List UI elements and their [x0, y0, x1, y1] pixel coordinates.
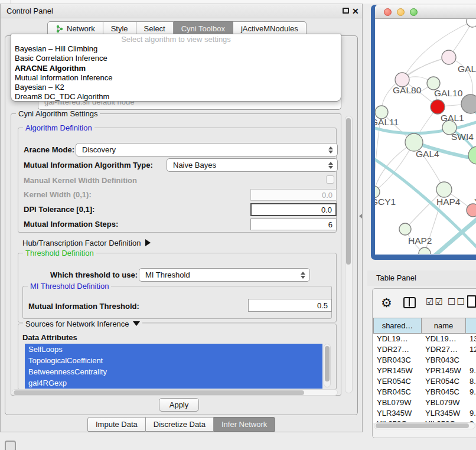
algorithm-option[interactable]: Bayesian – K2 [11, 83, 341, 92]
cyni-bottom-tabs: Impute Data Discretize Data Infer Networ… [87, 417, 275, 432]
tab-discretize-data[interactable]: Discretize Data [146, 417, 214, 432]
node-gray [461, 94, 476, 113]
table-hscrollbar-thumb[interactable] [376, 423, 469, 428]
apply-button[interactable]: Apply [159, 398, 199, 412]
select-all-icon[interactable]: ☑☑ [426, 296, 444, 307]
kernel-width-label: Kernel Width (0,1): [24, 190, 92, 199]
settings-hscrollbar-thumb[interactable] [14, 390, 304, 395]
algorithm-option[interactable]: Mutual Information Inference [11, 73, 341, 83]
split-columns-icon[interactable] [403, 297, 416, 308]
which-threshold-combo[interactable]: MI Threshold [139, 268, 310, 282]
attributes-scrollbar-thumb[interactable] [325, 346, 330, 381]
mi-type-combo[interactable]: Naive Bayes [167, 158, 338, 172]
zoom-traffic-light-icon[interactable] [410, 8, 418, 16]
cell: YDR27… [422, 344, 466, 355]
list-item[interactable]: SelfLoops [25, 344, 322, 355]
mi-threshold-definition-title: MI Threshold Definition [28, 282, 111, 291]
manual-kernel-label: Manual Kernel Width Definition [24, 176, 137, 185]
cell: YPR145W [422, 366, 466, 376]
column-header-partial[interactable] [466, 318, 476, 334]
node [419, 247, 431, 254]
table-row[interactable]: YBR043C YBR043C [373, 355, 476, 366]
list-item[interactable]: TopologicalCoefficient [25, 355, 322, 366]
settings-group-title: Cyni Algorithm Settings [16, 109, 100, 118]
collapse-down-icon [133, 321, 140, 326]
mi-threshold-value: 0.5 [317, 299, 328, 311]
table-rows[interactable]: YDL19… YDL19… 13 YDR27… YDR27… 12 YBR043… [373, 334, 476, 423]
table-panel-title: Table Panel [376, 270, 416, 286]
tab-infer-network[interactable]: Infer Network [214, 417, 275, 432]
attributes-list-scrollbar[interactable] [324, 344, 331, 387]
algorithm-dropdown-prompt: Select algorithm to view settings [11, 34, 341, 44]
manual-kernel-checkbox[interactable] [326, 175, 334, 184]
network-canvas[interactable]: GAL GAL80 GAL10 GAL1 GAL11 SWI4 GAL4 GCY… [375, 19, 476, 254]
sources-group-title[interactable]: Sources for Network Inference [23, 319, 142, 328]
settings-gear-icon[interactable]: ⚙ [381, 295, 392, 311]
node-label: GAL [458, 64, 476, 74]
cell: 9. [466, 366, 476, 376]
close-icon[interactable]: ✕ [352, 4, 359, 18]
table-hscrollbar[interactable] [374, 422, 475, 429]
close-traffic-light-icon[interactable] [384, 8, 392, 16]
kernel-width-field: 0.0 [250, 189, 337, 201]
cell: YLR345W [422, 408, 466, 419]
algorithm-option-selected[interactable]: ARACNE Algorithm [11, 64, 341, 73]
table-row[interactable]: YER054C YER054C 8. [373, 376, 476, 387]
stepper-arrows-icon [328, 146, 333, 154]
table-row[interactable]: YPR145W YPR145W 9. [373, 366, 476, 376]
node-label: GAL11 [375, 117, 399, 127]
settings-scrollbar[interactable] [345, 116, 353, 393]
minimize-traffic-light-icon[interactable] [397, 8, 405, 16]
node-label: GAL80 [393, 85, 422, 95]
kernel-width-value: 0.0 [322, 190, 332, 200]
table-row[interactable]: YLR345W YLR345W 9. [373, 408, 476, 419]
node-label: HAP2 [408, 236, 432, 246]
settings-hscrollbar[interactable] [12, 389, 338, 396]
table-row[interactable]: YDR27… YDR27… 12 [373, 344, 476, 355]
aracne-mode-label: Aracne Mode: [24, 145, 74, 154]
algorithm-option[interactable]: Bayesian – Hill Climbing [11, 44, 341, 54]
network-window-titlebar[interactable] [375, 5, 476, 19]
cell: 9. [466, 387, 476, 397]
table-row[interactable]: YBL079W YBL079W [373, 397, 476, 408]
algorithm-option[interactable]: Basic Correlation Inference [11, 54, 341, 63]
node-gal1 [431, 100, 445, 114]
float-window-icon[interactable] [343, 8, 349, 14]
cell: YDL19… [373, 334, 422, 344]
column-header-shared[interactable]: shared… [373, 318, 422, 334]
table-header-row: shared… name [373, 318, 476, 334]
control-panel-titlebar: Control Panel [1, 4, 362, 18]
mi-steps-field[interactable]: 6 [250, 219, 337, 230]
cytopanel-corner-button[interactable] [5, 441, 16, 450]
mi-threshold-field[interactable]: 0.5 [248, 299, 332, 312]
list-item[interactable]: BetweennessCentrality [25, 366, 322, 377]
control-panel-title: Control Panel [6, 4, 53, 18]
network-view-window[interactable]: GAL GAL80 GAL10 GAL1 GAL11 SWI4 GAL4 GCY… [371, 5, 476, 260]
node-gal [442, 50, 456, 64]
mi-steps-value: 6 [328, 219, 332, 230]
aracne-mode-combo[interactable]: Discovery [76, 143, 338, 156]
splitter-collapse-icon[interactable] [359, 214, 362, 219]
column-header-name[interactable]: name [422, 318, 466, 334]
cell: 12 [466, 344, 476, 355]
tab-impute-data[interactable]: Impute Data [87, 417, 146, 432]
app-screen: Control Panel ✕ Network Style Select Cyn… [0, 0, 476, 450]
dpi-tolerance-field[interactable]: 0.0 [250, 203, 337, 216]
settings-scrollbar-thumb[interactable] [346, 118, 351, 265]
list-item[interactable]: gal4RGexp [25, 377, 322, 389]
algorithm-option[interactable]: Dream8 DC_TDC Algorithm [11, 92, 341, 102]
table-row[interactable]: YDL19… YDL19… 13 [373, 334, 476, 344]
hub-section-toggle[interactable]: Hub/Transcription Factor Definition [22, 239, 151, 247]
node-hap4 [436, 182, 452, 197]
algorithm-dropdown-popup: Select algorithm to view settings Bayesi… [11, 34, 341, 102]
sources-title-text: Sources for Network Inference [25, 319, 129, 328]
aracne-mode-value: Discovery [82, 144, 116, 156]
table-row[interactable]: YBR045C YBR045C 9. [373, 387, 476, 397]
node-label: GAL10 [434, 88, 463, 98]
mi-type-label: Mutual Information Algorithm Type: [24, 161, 153, 169]
algorithm-definition-title: Algorithm Definition [23, 123, 94, 132]
new-table-icon[interactable] [467, 295, 476, 308]
mi-steps-label: Mutual Information Steps: [24, 220, 118, 229]
data-attributes-list[interactable]: SelfLoops TopologicalCoefficient Between… [25, 344, 322, 389]
deselect-all-icon[interactable]: ☐☐ [448, 296, 466, 307]
